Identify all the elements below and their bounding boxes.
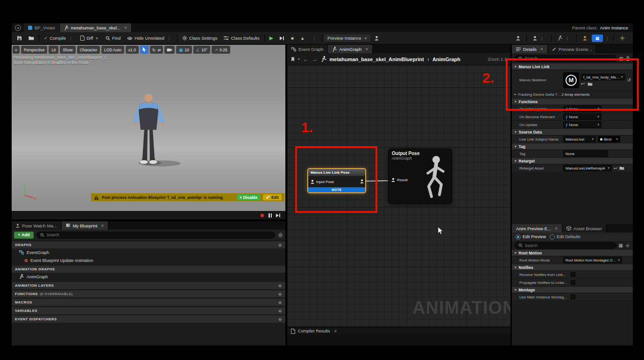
find-button[interactable]: Find (102, 33, 124, 43)
close-icon[interactable]: × (555, 226, 558, 231)
add-variable-icon[interactable]: ⊕ (278, 309, 282, 313)
section-event-dispatchers[interactable]: EVENT DISPATCHERS⊕ (12, 316, 285, 323)
animgraph-canvas[interactable]: ANIMATION Manus Live Link Pose Input Pos… (287, 65, 510, 327)
record-icon[interactable] (260, 213, 264, 218)
edit-defaults-radio[interactable]: Edit Defaults (550, 234, 580, 240)
graph-item-event-update-animation[interactable]: Event Blueprint Update Animation (12, 256, 285, 264)
tab-animgraph[interactable]: AnimGraph × (328, 45, 373, 53)
window-menu-icon[interactable]: ◂ (12, 23, 24, 32)
section-animation-layers[interactable]: ANIMATION LAYERS⊕ (12, 282, 285, 289)
tag-input[interactable]: None (563, 150, 608, 157)
tab-anim-preview-editor[interactable]: Anim Preview E... × (512, 224, 562, 233)
kebab-icon[interactable]: ⋮ (166, 36, 172, 41)
lit-dropdown[interactable]: Lit (49, 46, 58, 54)
subject-name-dropdown[interactable]: ManusLivel▾ (563, 136, 596, 142)
pause-icon[interactable] (269, 213, 272, 218)
debug-object-icon[interactable] (371, 33, 382, 43)
function-dropdown[interactable]: ƒNone▾ (563, 121, 602, 128)
row-tracking-device-delta[interactable]: ▸ Tracking Device Delta Tran... 2 Array … (512, 91, 633, 99)
retarget-asset-dropdown[interactable]: ManusLiveLinkRemapA▾ (563, 165, 612, 171)
diff-button[interactable]: Diff ▾ (77, 33, 102, 43)
save-button[interactable] (14, 33, 25, 43)
checkbox[interactable] (571, 295, 575, 299)
active-blueprint-mode-button[interactable]: ▦ (592, 35, 603, 42)
perspective-dropdown[interactable]: Perspective (21, 46, 47, 54)
animation-asset-icon[interactable]: ⋮ (554, 33, 573, 43)
tab-details[interactable]: Details × (512, 45, 548, 53)
tab-asset-browser[interactable]: Asset Browser (562, 224, 607, 233)
graph-item-eventgraph[interactable]: EventGraph (12, 248, 285, 256)
section-variables[interactable]: VARIABLES⊕ (12, 307, 285, 314)
browse-to-asset-button[interactable] (25, 33, 37, 43)
close-icon[interactable]: × (101, 223, 104, 228)
class-settings-button[interactable]: Class Settings (179, 33, 221, 43)
breadcrumb-root[interactable]: metahuman_base_skel_AnimBlueprint (330, 56, 424, 62)
manus-skeleton-dropdown[interactable]: f_tal_nrw_body_Manus▾ (581, 74, 625, 80)
display-filter-icon[interactable]: ▦ (619, 243, 623, 248)
select-mode-icon[interactable] (140, 46, 149, 54)
section-tag[interactable]: ▾Tag (512, 143, 633, 150)
edit-preview-radio[interactable]: Edit Preview (516, 234, 546, 240)
lod-dropdown[interactable]: LOD Auto (101, 46, 124, 54)
bookmark-icon[interactable] (291, 57, 295, 62)
playback-speed-dropdown[interactable]: x1.0 (126, 46, 139, 54)
reset-to-default-icon[interactable]: ↺ (627, 78, 631, 83)
compile-button[interactable]: ✓ Compile ⋮ (41, 33, 77, 43)
section-retarget[interactable]: ▾Retarget (512, 158, 633, 164)
close-icon[interactable]: × (334, 329, 337, 334)
search-input[interactable] (525, 243, 613, 248)
step-forward-icon[interactable] (276, 213, 281, 218)
add-graph-icon[interactable]: ⊕ (278, 243, 282, 247)
editor-preferences-icon[interactable] (616, 33, 628, 43)
search-input[interactable] (47, 233, 271, 237)
section-animation-graphs[interactable]: ANIMATION GRAPHS (12, 266, 285, 273)
use-selected-asset-icon[interactable]: ↩ (614, 166, 617, 171)
result-pin-row[interactable]: Result (391, 178, 408, 182)
manus-live-link-pose-node[interactable]: Manus Live Link Pose Input Pose NOTE (307, 168, 366, 193)
output-pose-node[interactable]: Output Pose AnimGraph Result (388, 148, 452, 204)
parent-class-value[interactable]: Anim Instance (600, 25, 628, 30)
camera-speed-icon[interactable] (164, 46, 175, 54)
checkbox[interactable] (571, 280, 575, 285)
section-montage[interactable]: ▾Montage (512, 287, 633, 293)
skeleton-icon[interactable] (513, 33, 524, 43)
transform-gizmo-icons[interactable]: ↻⇄ (150, 46, 163, 54)
function-dropdown[interactable]: ƒNone▾ (563, 113, 602, 120)
search-input[interactable] (525, 56, 613, 61)
mesh-icon[interactable]: ⋮ (530, 33, 548, 43)
tab-my-blueprint[interactable]: My Blueprint × (62, 221, 109, 230)
checkbox[interactable] (571, 272, 575, 277)
section-functions[interactable]: ▾Functions (512, 99, 633, 105)
disable-button[interactable]: × Disable (237, 194, 260, 200)
my-blueprint-search[interactable] (36, 232, 275, 239)
section-source-data[interactable]: ▾Source Data (512, 129, 633, 135)
section-macros[interactable]: MACROS⊕ (12, 299, 285, 306)
expander-icon[interactable]: ▸ (515, 92, 517, 96)
tab-metahuman-base-skel[interactable]: metahuman_base_skel... × (60, 23, 132, 32)
character-dropdown[interactable]: Character (77, 46, 100, 54)
bind-button[interactable]: Bind▾ (598, 136, 620, 142)
edit-button[interactable]: Edit (263, 194, 282, 200)
add-macro-icon[interactable]: ⊕ (278, 300, 282, 305)
details-search[interactable] (515, 55, 617, 62)
scale-snap-toggle[interactable]: ↗0.25 (212, 46, 230, 54)
use-selected-asset-icon[interactable]: ↩ (581, 81, 585, 86)
hide-unrelated-button[interactable]: Hide Unrelated ⋮ (124, 33, 175, 43)
class-defaults-button[interactable]: Class Defaults (220, 33, 262, 43)
play-button[interactable]: ▶ (266, 33, 276, 43)
stop-button[interactable]: ■ (288, 33, 297, 43)
add-layer-icon[interactable]: ⊕ (278, 283, 282, 288)
tab-event-graph[interactable]: Event Graph (287, 45, 328, 53)
section-manus-live-link[interactable]: ▾Manus Live Link (512, 64, 633, 70)
output-pose-pin[interactable] (360, 179, 364, 184)
forward-icon[interactable]: → (312, 56, 318, 63)
close-icon[interactable]: × (365, 47, 368, 52)
graph-item-animgraph[interactable]: AnimGraph (12, 273, 285, 281)
section-functions[interactable]: FUNCTIONS(6 OVERRIDABLE)⊕ (12, 290, 285, 297)
chevron-down-icon[interactable]: ▾ (298, 57, 300, 61)
section-root-motion[interactable]: ▾Root Motion (512, 250, 633, 256)
browse-asset-icon[interactable] (587, 81, 593, 86)
tab-bp-vivian[interactable]: BP_Vivian (24, 23, 60, 32)
close-icon[interactable]: × (540, 47, 543, 52)
show-dropdown[interactable]: Show (60, 46, 75, 54)
